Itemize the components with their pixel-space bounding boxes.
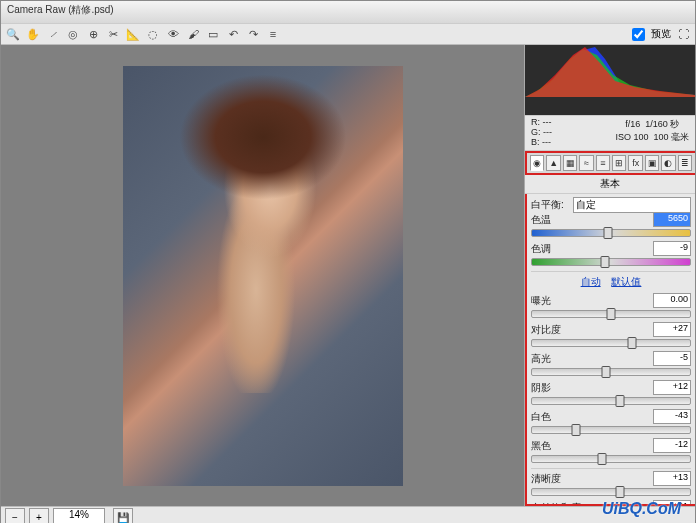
tab-calib-icon[interactable]: ▣ <box>645 155 659 171</box>
histogram[interactable] <box>525 45 695 115</box>
zoom-out-button[interactable]: − <box>5 508 25 523</box>
rgb-readout: R: --- G: --- B: --- <box>531 118 552 148</box>
presence-thumb-0[interactable] <box>616 486 625 498</box>
wb-thumb-1[interactable] <box>600 256 609 268</box>
exposure-label-5: 黑色 <box>531 439 573 453</box>
separator <box>531 271 691 272</box>
tab-fx-icon[interactable]: fx <box>628 155 642 171</box>
exposure-slider-row-0 <box>531 310 691 318</box>
exposure-value-1[interactable]: +27 <box>653 322 691 337</box>
preview-check-input[interactable] <box>632 28 645 41</box>
tab-curve-icon[interactable]: ▲ <box>546 155 560 171</box>
target-adjust-icon[interactable]: ⊕ <box>85 26 101 42</box>
exposure-slider-row-5 <box>531 455 691 463</box>
redeye-tool-icon[interactable]: 👁 <box>165 26 181 42</box>
exposure-thumb-4[interactable] <box>572 424 581 436</box>
auto-link[interactable]: 自动 <box>581 276 601 287</box>
exif-readout: f/16 1/160 秒 ISO 100 100 毫米 <box>615 118 689 148</box>
exposure-row-5: 黑色 -12 <box>531 439 691 453</box>
presence-label-0: 清晰度 <box>531 472 573 486</box>
wb-value-0[interactable]: 5650 <box>653 212 691 227</box>
wb-label-1: 色调 <box>531 242 573 256</box>
exposure-slider-row-1 <box>531 339 691 347</box>
preview-checkbox[interactable]: 预览 <box>628 25 671 44</box>
presence-slider-0[interactable] <box>531 488 691 496</box>
exposure-row-2: 高光 -5 <box>531 352 691 366</box>
exposure-slider-5[interactable] <box>531 455 691 463</box>
fullscreen-icon[interactable]: ⛶ <box>675 26 691 42</box>
wb-select[interactable]: 自定 <box>573 197 691 213</box>
exposure-row-3: 阴影 +12 <box>531 381 691 395</box>
main-area: R: --- G: --- B: --- f/16 1/160 秒 ISO 10… <box>1 45 695 506</box>
exposure-slider-row-3 <box>531 397 691 405</box>
exposure-thumb-3[interactable] <box>616 395 625 407</box>
exposure-thumb-0[interactable] <box>607 308 616 320</box>
wb-row-0: 色温 5650 <box>531 213 691 227</box>
exposure-label-4: 白色 <box>531 410 573 424</box>
zoom-in-button[interactable]: + <box>29 508 49 523</box>
exposure-slider-4[interactable] <box>531 426 691 434</box>
panel-title: 基本 <box>525 175 695 194</box>
presence-row-0: 清晰度 +13 <box>531 472 691 486</box>
tab-preset-icon[interactable]: ◐ <box>661 155 675 171</box>
right-panel: R: --- G: --- B: --- f/16 1/160 秒 ISO 10… <box>524 45 695 506</box>
color-sampler-icon[interactable]: ◎ <box>65 26 81 42</box>
image-canvas[interactable] <box>1 45 524 506</box>
exposure-row-0: 曝光 0.00 <box>531 294 691 308</box>
exposure-value-2[interactable]: -5 <box>653 351 691 366</box>
exposure-thumb-1[interactable] <box>627 337 636 349</box>
default-link[interactable]: 默认值 <box>611 276 641 287</box>
exposure-value-3[interactable]: +12 <box>653 380 691 395</box>
tab-basic-icon[interactable]: ◉ <box>530 155 544 171</box>
rotate-left-icon[interactable]: ↶ <box>225 26 241 42</box>
adjustment-brush-icon[interactable]: 🖌 <box>185 26 201 42</box>
exposure-slider-3[interactable] <box>531 397 691 405</box>
top-toolbar: 🔍 ✋ ⟋ ◎ ⊕ ✂ 📐 ◌ 👁 🖌 ▭ ↶ ↷ ≡ 预览 ⛶ <box>1 24 695 45</box>
wb-value-1[interactable]: -9 <box>653 241 691 256</box>
exposure-value-0[interactable]: 0.00 <box>653 293 691 308</box>
presence-value-0[interactable]: +13 <box>653 471 691 486</box>
tab-lens-icon[interactable]: ⊞ <box>612 155 626 171</box>
save-image-button[interactable]: 💾 <box>113 508 133 523</box>
auto-default-row: 自动 默认值 <box>531 275 691 289</box>
exposure-value-5[interactable]: -12 <box>653 438 691 453</box>
separator <box>531 468 691 469</box>
exposure-slider-0[interactable] <box>531 310 691 318</box>
histogram-readout: R: --- G: --- B: --- f/16 1/160 秒 ISO 10… <box>525 115 695 151</box>
wb-slider-1[interactable] <box>531 258 691 266</box>
zoom-tool-icon[interactable]: 🔍 <box>5 26 21 42</box>
exposure-slider-2[interactable] <box>531 368 691 376</box>
rotate-right-icon[interactable]: ↷ <box>245 26 261 42</box>
tab-hsl-icon[interactable]: ≈ <box>579 155 593 171</box>
prefs-icon[interactable]: ≡ <box>265 26 281 42</box>
exposure-row-4: 白色 -43 <box>531 410 691 424</box>
presence-label-1: 自然饱和度 <box>531 501 573 506</box>
exposure-slider-1[interactable] <box>531 339 691 347</box>
window-title: Camera Raw (精修.psd) <box>7 4 114 15</box>
exposure-thumb-2[interactable] <box>602 366 611 378</box>
graduated-filter-icon[interactable]: ▭ <box>205 26 221 42</box>
wb-label-0: 色温 <box>531 213 573 227</box>
wb-thumb-0[interactable] <box>603 227 612 239</box>
tab-detail-icon[interactable]: ▦ <box>563 155 577 171</box>
camera-raw-window: Camera Raw (精修.psd) 🔍 ✋ ⟋ ◎ ⊕ ✂ 📐 ◌ 👁 🖌 … <box>0 0 696 523</box>
exposure-thumb-5[interactable] <box>597 453 606 465</box>
panel-tabstrip: ◉ ▲ ▦ ≈ ≡ ⊞ fx ▣ ◐ ≣ <box>525 151 695 175</box>
presence-slider-row-0 <box>531 488 691 496</box>
exposure-label-3: 阴影 <box>531 381 573 395</box>
histogram-svg <box>525 45 695 97</box>
photo-preview <box>123 66 403 486</box>
crop-tool-icon[interactable]: ✂ <box>105 26 121 42</box>
wb-tool-icon[interactable]: ⟋ <box>45 26 61 42</box>
tab-snapshot-icon[interactable]: ≣ <box>678 155 692 171</box>
wb-slider-0[interactable] <box>531 229 691 237</box>
exposure-label-0: 曝光 <box>531 294 573 308</box>
zoom-select[interactable]: 14% <box>53 508 105 523</box>
preview-label: 预览 <box>651 27 671 41</box>
hand-tool-icon[interactable]: ✋ <box>25 26 41 42</box>
spot-removal-icon[interactable]: ◌ <box>145 26 161 42</box>
tab-split-icon[interactable]: ≡ <box>596 155 610 171</box>
straighten-tool-icon[interactable]: 📐 <box>125 26 141 42</box>
wb-label: 白平衡: <box>531 198 573 212</box>
exposure-value-4[interactable]: -43 <box>653 409 691 424</box>
